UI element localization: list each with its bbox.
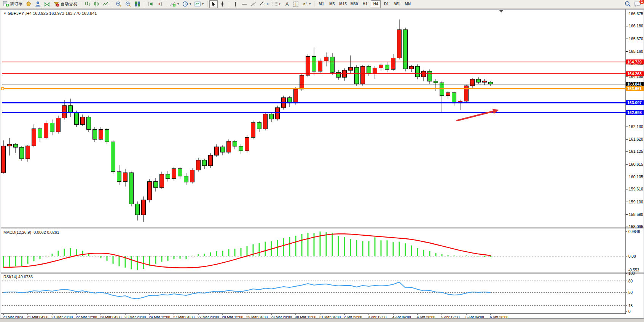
candle — [56, 118, 61, 132]
candlestick-button[interactable] — [92, 0, 101, 8]
signal-icon — [44, 1, 50, 7]
toolbar-separator — [207, 1, 207, 7]
time-axis-label: 4 Apr 20:00 — [417, 315, 435, 318]
trendline-icon — [250, 2, 256, 7]
timeframe-button-M1[interactable]: M1 — [316, 0, 326, 8]
cursor-button[interactable] — [209, 0, 218, 8]
indicators-button[interactable]: ▾ — [168, 0, 180, 8]
auto-trading-icon — [53, 1, 59, 7]
time-axis-label: 21 Mar 04:00 — [27, 315, 48, 318]
auto-trading-button[interactable]: 自动交易 — [52, 0, 79, 8]
candle — [434, 81, 438, 83]
candle — [129, 173, 134, 204]
text-tool-label: A — [285, 1, 289, 7]
periods-button[interactable]: ▾ — [181, 0, 193, 8]
symbol-dropdown-icon[interactable]: ▼ — [3, 12, 6, 15]
candle — [154, 182, 158, 188]
candle — [184, 176, 188, 182]
chat-button[interactable]: 1 — [633, 0, 642, 8]
timeframe-button-D1[interactable]: D1 — [381, 0, 391, 8]
macd-histogram-bar — [320, 232, 321, 256]
time-axis-label: 2 Apr 23:00 — [344, 315, 362, 318]
bar-close-value: 163.841 — [82, 11, 97, 16]
candle — [227, 141, 231, 152]
vertical-line-icon — [233, 2, 238, 7]
chart-shift-button[interactable] — [155, 0, 164, 8]
templates-button[interactable]: ▾ — [193, 0, 205, 8]
arrows-button[interactable]: ▾ — [300, 0, 312, 8]
macd-histogram-bar — [429, 251, 430, 256]
timeframe-button-H4[interactable]: H4 — [371, 0, 381, 8]
macd-histogram-bar — [381, 240, 382, 256]
candle — [221, 147, 225, 152]
macd-histogram-bar — [295, 236, 296, 256]
candle — [410, 67, 414, 69]
macd-histogram-bar — [393, 242, 394, 256]
zoom-out-button[interactable] — [124, 0, 133, 8]
candle — [477, 79, 481, 82]
chart-window[interactable]: ▼ GBPJPY-,H4 163.925 163.973 163.770 163… — [0, 9, 644, 319]
price-badge-label: 164.263 — [627, 71, 642, 76]
fibonacci-button[interactable]: F — [271, 0, 282, 8]
chart-canvas[interactable]: 166.675166.180165.670165.160164.665164.1… — [0, 10, 644, 318]
timeframe-button-W1[interactable]: W1 — [392, 0, 402, 8]
macd-histogram-bar — [234, 249, 236, 256]
candle — [330, 57, 335, 72]
timeframe-button-H1[interactable]: H1 — [360, 0, 370, 8]
signal-button[interactable] — [43, 0, 51, 8]
candle — [99, 129, 103, 139]
rsi-value: 49.6736 — [18, 274, 33, 279]
macd-histogram-bar — [174, 256, 175, 259]
gold-seal-button[interactable] — [24, 0, 33, 8]
candle — [300, 75, 304, 89]
macd-histogram-bar — [247, 246, 248, 256]
macd-histogram-bar — [100, 256, 102, 258]
macd-indicator-label: MACD(12,26,9) -0.0062 0.0261 — [3, 230, 59, 235]
vertical-line-button[interactable] — [231, 0, 239, 8]
line-chart-button[interactable] — [101, 0, 110, 8]
bar-low-value: 163.770 — [65, 11, 81, 16]
time-axis-label: 27 Mar 20:00 — [198, 315, 219, 318]
candle — [257, 122, 261, 129]
macd-signal-value: 0.0261 — [47, 230, 59, 235]
profile-icon — [35, 1, 41, 7]
time-axis-label: 22 Mar 12:00 — [76, 315, 97, 318]
symbol-period-label: GBPJPY-,H4 — [8, 11, 32, 16]
price-axis-tick-label: 165.670 — [629, 36, 643, 41]
text-label-button[interactable]: T — [292, 0, 300, 8]
macd-histogram-bar — [314, 233, 315, 256]
timeframe-button-M5[interactable]: M5 — [327, 0, 337, 8]
macd-histogram-bar — [33, 256, 35, 261]
tile-windows-button[interactable] — [133, 0, 142, 8]
new-order-button[interactable]: 新订单 — [2, 0, 24, 8]
horizontal-line-button[interactable] — [240, 0, 249, 8]
macd-histogram-bar — [466, 255, 467, 256]
line-handle[interactable] — [2, 87, 4, 90]
time-axis-label: 6 Apr 20:00 — [490, 315, 509, 318]
time-axis-label: 23 Mar 20:00 — [124, 315, 146, 318]
timeframe-button-M15[interactable]: M15 — [338, 0, 348, 8]
auto-scroll-button[interactable] — [146, 0, 155, 8]
macd-histogram-bar — [454, 255, 455, 256]
zoom-in-button[interactable] — [114, 0, 123, 8]
price-axis-tick-label: 159.100 — [629, 200, 643, 204]
crosshair-button[interactable] — [218, 0, 227, 8]
candle — [62, 106, 67, 118]
trendline-button[interactable] — [249, 0, 258, 8]
macd-histogram-bar — [204, 254, 205, 256]
price-badge-label: 162.698 — [627, 110, 642, 115]
profile-button[interactable] — [33, 0, 42, 8]
macd-name: MACD(12,26,9) — [3, 230, 31, 235]
auto-trading-label: 自动交易 — [61, 1, 77, 7]
equidistant-channel-button[interactable]: E — [258, 0, 270, 8]
macd-histogram-bar — [161, 256, 163, 262]
macd-histogram-bar — [46, 256, 47, 256]
search-button[interactable] — [623, 0, 633, 8]
candle — [209, 155, 213, 165]
text-button[interactable]: A — [283, 0, 291, 8]
chart-title: ▼ GBPJPY-,H4 163.925 163.973 163.770 163… — [3, 11, 97, 16]
chart-background — [1, 10, 643, 318]
bar-chart-button[interactable] — [83, 0, 92, 8]
timeframe-button-M30[interactable]: M30 — [349, 0, 359, 8]
timeframe-button-MN[interactable]: MN — [403, 0, 413, 8]
